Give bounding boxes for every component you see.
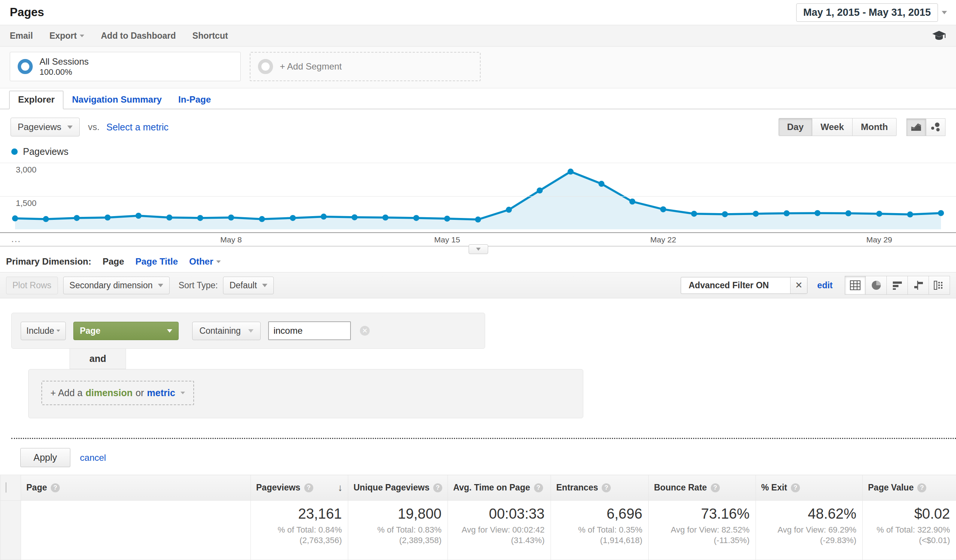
percentage-view-icon[interactable] (866, 276, 887, 295)
caret-down-icon[interactable] (942, 11, 947, 14)
tab-explorer[interactable]: Explorer (9, 91, 64, 109)
col-header-entrances[interactable]: Entrances (556, 483, 598, 493)
scrubber-handle[interactable] (469, 244, 488, 254)
chart-data-point[interactable] (938, 210, 944, 216)
export-button[interactable]: Export (49, 31, 84, 41)
match-type-dropdown[interactable]: Containing (192, 322, 261, 340)
col-header-page[interactable]: Page (26, 483, 47, 493)
granularity-week-button[interactable]: Week (812, 118, 852, 136)
help-icon[interactable]: ? (534, 483, 543, 493)
filter-field-dropdown[interactable]: Page (73, 322, 179, 340)
chart-data-point[interactable] (290, 215, 296, 221)
help-icon[interactable]: ? (791, 483, 800, 493)
chart-data-point[interactable] (166, 215, 172, 221)
tab-in-page[interactable]: In-Page (170, 91, 219, 108)
motion-chart-icon[interactable] (926, 118, 945, 136)
chart-data-point[interactable] (691, 211, 697, 217)
comparison-view-icon[interactable] (908, 276, 929, 295)
granularity-month-button[interactable]: Month (852, 118, 896, 136)
segment-all-sessions[interactable]: All Sessions 100.00% (10, 52, 241, 81)
sort-type-dropdown[interactable]: Default (223, 277, 274, 294)
help-icon[interactable]: ? (602, 483, 611, 493)
close-icon[interactable]: ✕ (790, 278, 807, 293)
legend-dot-icon (11, 149, 18, 155)
chart-data-point[interactable] (568, 169, 574, 175)
select-a-metric-link[interactable]: Select a metric (107, 122, 168, 133)
include-dropdown[interactable]: Include (21, 322, 66, 340)
chart-data-point[interactable] (537, 188, 543, 194)
metric-dropdown[interactable]: Pageviews (11, 118, 80, 136)
chart-data-point[interactable] (352, 214, 358, 220)
chart-data-point[interactable] (444, 216, 450, 222)
y-axis-tick-label: 3,000 (16, 165, 36, 175)
apply-button[interactable]: Apply (20, 448, 70, 467)
chart-data-point[interactable] (259, 216, 265, 222)
sort-descending-icon[interactable]: ↓ (338, 482, 343, 494)
help-icon[interactable]: ? (304, 483, 313, 493)
remove-filter-icon[interactable]: ✕ (360, 326, 370, 336)
granularity-day-button[interactable]: Day (778, 118, 812, 136)
data-view-icon[interactable] (845, 276, 866, 295)
x-axis-tick-label: May 22 (650, 235, 676, 244)
cancel-link[interactable]: cancel (80, 452, 106, 463)
dimension-other[interactable]: Other (189, 256, 221, 267)
col-header-pageviews[interactable]: Pageviews (256, 483, 300, 493)
pageviews-chart[interactable]: 1,5003,000 (0, 161, 956, 232)
table-header-row: Page? Pageviews?↓ Unique Pageviews? Avg.… (0, 475, 956, 500)
chart-data-point[interactable] (74, 215, 80, 221)
chart-data-point[interactable] (197, 215, 203, 221)
summary-bounce-sub: Avg for View: 82.52% (-11.35%) (655, 525, 750, 546)
shortcut-button[interactable]: Shortcut (193, 31, 228, 41)
chart-data-point[interactable] (598, 181, 604, 187)
chart-data-point[interactable] (506, 207, 512, 213)
line-chart-icon[interactable] (906, 118, 926, 136)
filter-query-input[interactable] (268, 322, 351, 340)
chart-data-point[interactable] (876, 211, 882, 217)
chart-data-point[interactable] (12, 215, 18, 221)
col-header-page-value[interactable]: Page Value (868, 483, 914, 493)
legend-label: Pageviews (23, 146, 68, 157)
select-all-checkbox[interactable] (6, 482, 6, 493)
add-to-dashboard-button[interactable]: Add to Dashboard (101, 31, 176, 41)
dimension-page-title[interactable]: Page Title (135, 256, 178, 267)
chart-data-point[interactable] (722, 211, 728, 217)
chart-data-point[interactable] (321, 213, 327, 220)
email-button[interactable]: Email (10, 31, 33, 41)
help-icon[interactable]: ? (711, 483, 720, 493)
chart-data-point[interactable] (660, 206, 666, 212)
chart-data-point[interactable] (629, 198, 635, 204)
chart-data-point[interactable] (413, 215, 419, 221)
chart-data-point[interactable] (907, 211, 913, 217)
col-header-bounce-rate[interactable]: Bounce Rate (654, 483, 707, 493)
secondary-dimension-dropdown[interactable]: Secondary dimension (63, 277, 170, 294)
chart-data-point[interactable] (846, 210, 851, 216)
plot-rows-button[interactable]: Plot Rows (6, 277, 58, 294)
chart-data-point[interactable] (475, 216, 481, 223)
col-header-unique-pageviews[interactable]: Unique Pageviews (354, 483, 429, 493)
chart-data-point[interactable] (228, 215, 234, 221)
add-segment-button[interactable]: + Add Segment (250, 52, 481, 81)
add-dimension-or-metric-button[interactable]: + Add a dimension or metric (41, 381, 194, 405)
help-icon[interactable]: ? (51, 483, 60, 493)
page-title: Pages (9, 6, 44, 19)
chart-gridline (0, 163, 956, 163)
pivot-view-icon[interactable] (929, 276, 950, 295)
col-header-exit[interactable]: % Exit (761, 483, 787, 493)
chart-data-point[interactable] (784, 210, 790, 216)
help-icon[interactable]: ? (433, 483, 442, 493)
col-header-avg-time[interactable]: Avg. Time on Page (453, 483, 530, 493)
help-icon[interactable]: ? (917, 483, 926, 493)
chart-data-point[interactable] (135, 213, 142, 219)
chart-data-point[interactable] (105, 215, 110, 221)
tab-navigation-summary[interactable]: Navigation Summary (64, 91, 170, 108)
performance-view-icon[interactable] (887, 276, 908, 295)
chart-data-point[interactable] (382, 215, 388, 221)
dimension-page[interactable]: Page (103, 256, 124, 267)
chart-data-point[interactable] (753, 211, 759, 217)
chart-data-point[interactable] (43, 216, 49, 222)
edit-filter-link[interactable]: edit (817, 280, 833, 290)
education-cap-icon[interactable] (932, 30, 946, 41)
date-range-value[interactable]: May 1, 2015 - May 31, 2015 (796, 3, 938, 22)
date-range-picker[interactable]: May 1, 2015 - May 31, 2015 (796, 3, 947, 22)
chart-data-point[interactable] (814, 210, 821, 216)
